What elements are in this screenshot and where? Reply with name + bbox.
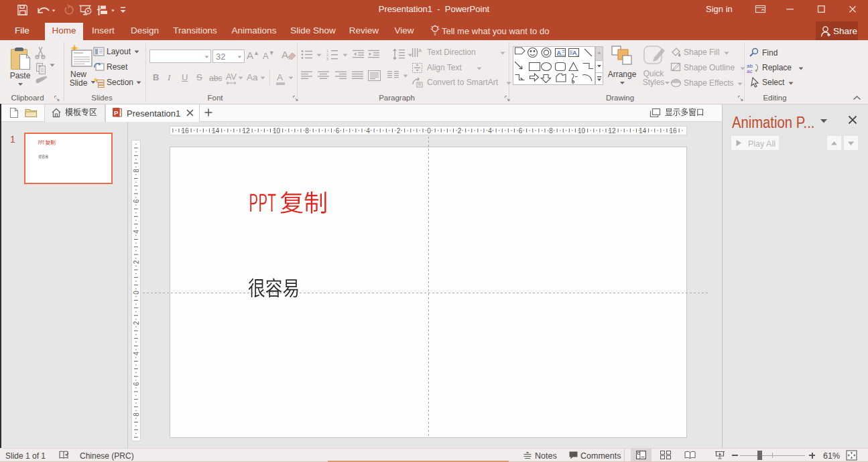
svg-text:2: 2 [397,127,401,135]
svg-text:A: A [418,48,422,54]
svg-text:ac: ac [747,68,752,74]
svg-text:8: 8 [549,127,553,135]
svg-text:P: P [114,109,119,117]
svg-text:3: 3 [326,57,328,60]
svg-text:4: 4 [133,352,140,356]
svg-text:A: A [282,49,288,60]
svg-text:0: 0 [427,127,431,135]
svg-text:6: 6 [133,382,140,386]
svg-text:8: 8 [305,127,309,135]
svg-text:4: 4 [488,127,492,135]
svg-text:0: 0 [133,291,140,295]
svg-text:6: 6 [336,127,340,135]
svg-text:4: 4 [133,230,140,234]
svg-text:8: 8 [133,412,140,416]
svg-text:2: 2 [458,127,462,135]
svg-text:6: 6 [519,127,523,135]
svg-text:4: 4 [366,127,370,135]
svg-text:8: 8 [133,169,140,173]
svg-text:2: 2 [133,321,140,325]
svg-text:6: 6 [133,199,140,203]
svg-text:2: 2 [133,260,140,264]
